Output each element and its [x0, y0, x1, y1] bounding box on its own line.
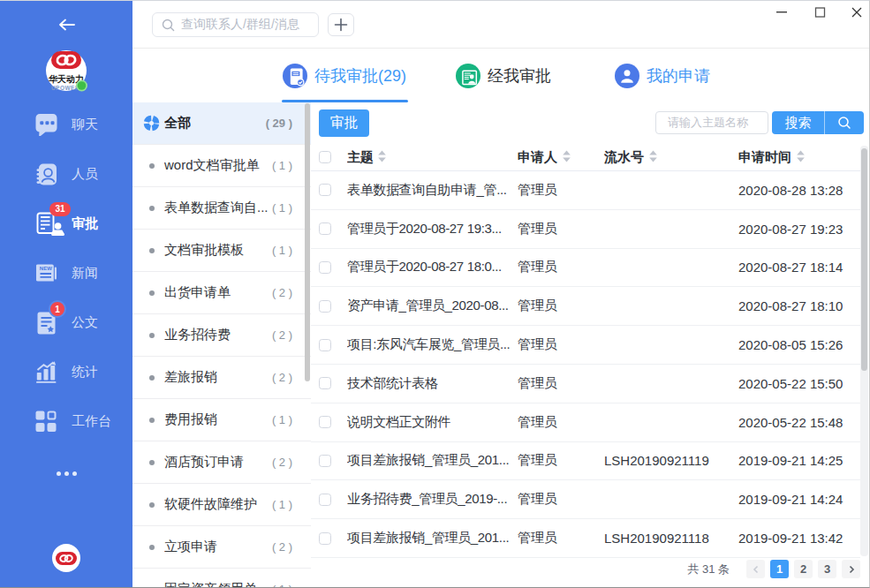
svg-text:NEW: NEW [40, 266, 52, 271]
svg-text:UPOWER: UPOWER [51, 85, 79, 91]
